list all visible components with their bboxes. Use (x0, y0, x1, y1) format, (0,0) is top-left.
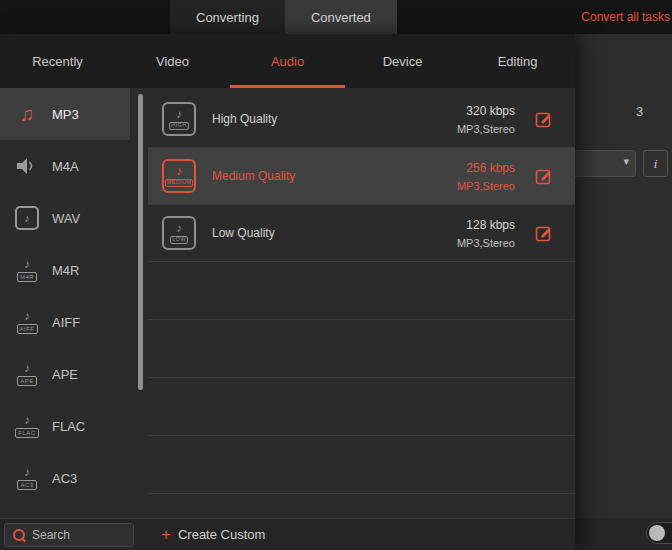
sidebar-item-label: FLAC (52, 419, 85, 434)
format-panel-tabs: Recently Video Audio Device Editing (0, 34, 575, 88)
audio-file-icon: ♪ LOW (162, 216, 196, 250)
quality-meta: 128 kbps MP3,Stereo (457, 218, 515, 249)
tab-converted[interactable]: Converted (285, 0, 397, 34)
bitrate-value: 128 kbps (457, 218, 515, 232)
sidebar-item-m4a[interactable]: M4A (0, 140, 130, 192)
converting-converted-segment: Converting Converted (170, 0, 397, 34)
empty-row (148, 436, 575, 494)
quality-meta: 256 kbps MP3,Stereo (457, 161, 515, 192)
sidebar-item-mp3[interactable]: ♫ MP3 (0, 88, 130, 140)
background-footer: e All Videos: (570, 518, 672, 550)
search-icon (13, 529, 25, 541)
quality-name: High Quality (212, 112, 277, 126)
audio-file-icon: ♪ HIGH (162, 102, 196, 136)
ape-note-badge-icon: ♪ APE (13, 362, 41, 386)
flac-note-badge-icon: ♪ FLAC (13, 414, 41, 438)
format-value: MP3,Stereo (457, 123, 515, 135)
sidebar-item-label: MP3 (52, 107, 79, 122)
create-custom-button[interactable]: + Create Custom (161, 526, 265, 543)
bitrate-value: 320 kbps (457, 104, 515, 118)
empty-row (148, 320, 575, 378)
tab-video[interactable]: Video (115, 34, 230, 88)
quality-row-high[interactable]: ♪ HIGH High Quality 320 kbps MP3,Stereo (148, 91, 575, 148)
convert-all-tasks-link[interactable]: Convert all tasks (581, 0, 670, 34)
bitrate-value: 256 kbps (457, 161, 515, 175)
aiff-note-badge-icon: ♪ AIFF (13, 310, 41, 334)
sidebar-item-label: M4R (52, 263, 79, 278)
m4r-note-badge-icon: ♪ M4R (13, 258, 41, 282)
sidebar-item-label: WAV (52, 211, 80, 226)
tab-audio[interactable]: Audio (230, 34, 345, 88)
sidebar-item-wav[interactable]: ♪ WAV (0, 192, 130, 244)
mp3-music-note-icon: ♫ (13, 104, 41, 124)
quality-row-low[interactable]: ♪ LOW Low Quality 128 kbps MP3,Stereo (148, 205, 575, 262)
edit-icon[interactable] (535, 167, 553, 185)
search-input[interactable]: Search (4, 523, 134, 547)
app-window: Converting Converted Convert all tasks 3… (0, 0, 672, 550)
info-button[interactable]: i (643, 150, 668, 177)
toggle-knob (649, 525, 665, 541)
plus-icon: + (161, 526, 171, 543)
empty-row (148, 378, 575, 436)
speaker-icon (13, 157, 41, 175)
quality-row-medium[interactable]: ♪ MEDIUM Medium Quality 256 kbps MP3,Ste… (148, 148, 575, 205)
edit-icon[interactable] (535, 224, 553, 242)
tab-editing[interactable]: Editing (460, 34, 575, 88)
sidebar-item-flac[interactable]: ♪ FLAC FLAC (0, 400, 130, 452)
quality-list: ♪ HIGH High Quality 320 kbps MP3,Stereo (148, 91, 575, 518)
format-value: MP3,Stereo (457, 237, 515, 249)
quality-meta: 320 kbps MP3,Stereo (457, 104, 515, 135)
sidebar-item-aiff[interactable]: ♪ AIFF AIFF (0, 296, 130, 348)
create-custom-label: Create Custom (178, 527, 265, 542)
tab-device[interactable]: Device (345, 34, 460, 88)
merge-all-videos-toggle[interactable] (646, 522, 672, 544)
tab-recently[interactable]: Recently (0, 34, 115, 88)
audio-file-icon: ♪ MEDIUM (162, 159, 196, 193)
quality-name: Medium Quality (212, 169, 295, 183)
edit-icon[interactable] (535, 110, 553, 128)
sidebar-item-label: M4A (52, 159, 79, 174)
panel-footer: Search + Create Custom (0, 518, 575, 550)
sidebar-item-label: AIFF (52, 315, 80, 330)
ac3-note-badge-icon: ♪ AC3 (13, 466, 41, 490)
tab-converting[interactable]: Converting (170, 0, 285, 34)
top-bar: Converting Converted Convert all tasks (0, 0, 672, 34)
sidebar-item-ac3[interactable]: ♪ AC3 AC3 (0, 452, 130, 504)
format-panel: Recently Video Audio Device Editing ♫ MP… (0, 34, 575, 550)
chevron-down-icon: ▾ (623, 155, 629, 168)
scrollbar-thumb[interactable] (138, 94, 143, 390)
sidebar-item-m4r[interactable]: ♪ M4R M4R (0, 244, 130, 296)
sidebar-item-label: AC3 (52, 471, 77, 486)
sidebar-item-ape[interactable]: ♪ APE APE (0, 348, 130, 400)
wav-note-box-icon: ♪ (13, 206, 41, 230)
empty-row (148, 262, 575, 320)
format-sidebar: ♫ MP3 M4A ♪ WAV (0, 88, 130, 518)
sidebar-item-label: APE (52, 367, 78, 382)
quality-name: Low Quality (212, 226, 275, 240)
format-value: MP3,Stereo (457, 180, 515, 192)
background-text-fragment: 3 (636, 104, 643, 119)
search-placeholder: Search (32, 528, 70, 542)
